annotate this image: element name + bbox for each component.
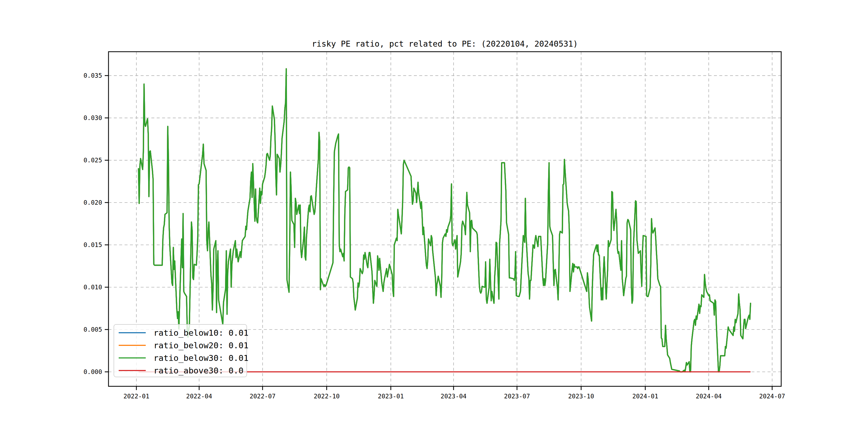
y-tick-label: 0.010 xyxy=(84,284,102,291)
y-tick-label: 0.035 xyxy=(84,72,102,79)
legend-line-swatch-above30 xyxy=(119,370,146,371)
legend-line-swatch-below20 xyxy=(119,345,146,346)
legend-line-swatch-below30 xyxy=(119,358,146,359)
x-tick-label: 2022-10 xyxy=(314,393,340,400)
x-tick-label: 2023-10 xyxy=(568,393,594,400)
x-tick-label: 2023-07 xyxy=(504,393,530,400)
y-tick-label: 0.020 xyxy=(84,199,102,206)
legend-label: ratio_below10: 0.01 xyxy=(154,328,249,338)
legend-row: ratio_below10: 0.01 xyxy=(119,326,246,339)
x-tick-label: 2022-04 xyxy=(186,393,212,400)
chart-title: risky PE ratio, pct related to PE: (2022… xyxy=(108,39,781,49)
y-tick-label: 0.030 xyxy=(84,114,102,121)
legend-label: ratio_below20: 0.01 xyxy=(154,341,249,350)
legend: ratio_below10: 0.01 ratio_below20: 0.01 … xyxy=(114,324,247,377)
legend-row: ratio_below20: 0.01 xyxy=(119,339,246,351)
x-tick-label: 2024-07 xyxy=(759,393,785,400)
chart-figure: 2022-012022-042022-072022-102023-012023-… xyxy=(0,0,868,434)
x-tick-label: 2022-07 xyxy=(250,393,276,400)
y-tick-label: 0.005 xyxy=(84,326,102,333)
x-tick-label: 2023-04 xyxy=(441,393,467,400)
x-tick-label: 2024-04 xyxy=(696,393,722,400)
x-tick-label: 2023-01 xyxy=(378,393,404,400)
y-tick-label: 0.015 xyxy=(84,241,102,248)
y-tick-label: 0.025 xyxy=(84,157,102,164)
legend-line-swatch-below10 xyxy=(119,332,146,333)
legend-row: ratio_above30: 0.0 xyxy=(119,364,246,377)
y-tick-label: 0.000 xyxy=(84,368,102,375)
legend-label: ratio_above30: 0.0 xyxy=(154,366,244,375)
x-tick-label: 2022-01 xyxy=(124,393,150,400)
legend-label: ratio_below30: 0.01 xyxy=(154,353,249,363)
legend-row: ratio_below30: 0.01 xyxy=(119,351,246,364)
x-tick-label: 2024-01 xyxy=(632,393,658,400)
